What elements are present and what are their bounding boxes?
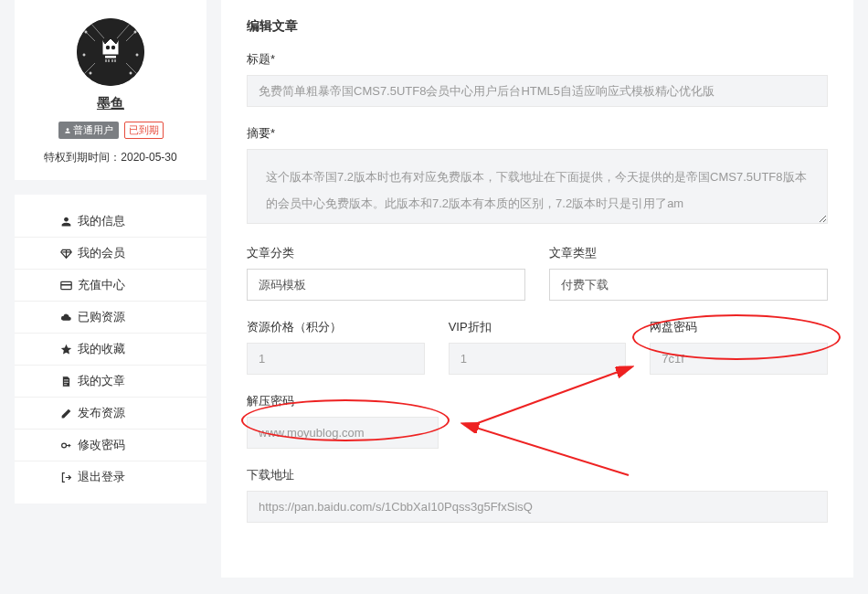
key-icon xyxy=(60,440,72,451)
download-url-label: 下载地址 xyxy=(247,467,828,483)
nav-my-info[interactable]: 我的信息 xyxy=(15,206,206,238)
title-input[interactable] xyxy=(247,75,828,107)
nav-label: 充值中心 xyxy=(78,277,125,293)
category-select[interactable]: 源码模板 xyxy=(247,269,525,301)
expire-label: 特权到期时间： xyxy=(44,151,121,164)
logout-icon xyxy=(60,472,72,483)
pan-password-label: 网盘密码 xyxy=(650,319,828,335)
edit-icon xyxy=(60,408,72,419)
nav-label: 我的会员 xyxy=(78,245,125,261)
svg-point-10 xyxy=(130,72,132,74)
nav-label: 退出登录 xyxy=(78,469,125,485)
cloud-icon xyxy=(60,312,72,324)
card-icon xyxy=(60,280,72,292)
summary-textarea[interactable]: 这个版本帝国7.2版本时也有对应免费版本，下载地址在下面提供，今天提供的是帝国C… xyxy=(247,149,828,224)
title-label: 标题* xyxy=(247,51,828,68)
nav-my-articles[interactable]: 我的文章 xyxy=(15,366,206,398)
nav-logout[interactable]: 退出登录 xyxy=(15,461,206,493)
star-icon xyxy=(60,344,72,355)
badge-user-type: 普通用户 xyxy=(58,122,119,139)
type-select[interactable]: 付费下载 xyxy=(549,269,828,301)
svg-point-9 xyxy=(90,72,91,74)
expire-date: 2020-05-30 xyxy=(121,151,176,164)
badge-expired: 已到期 xyxy=(124,122,164,139)
type-label: 文章类型 xyxy=(549,245,828,261)
sidebar-nav: 我的信息 我的会员 充值中心 已购资源 我的收藏 xyxy=(15,195,206,504)
nav-recharge[interactable]: 充值中心 xyxy=(15,270,206,302)
price-input[interactable] xyxy=(247,343,425,375)
nav-label: 我的收藏 xyxy=(78,341,125,357)
svg-rect-21 xyxy=(61,283,71,285)
svg-rect-15 xyxy=(105,56,116,58)
nav-purchased[interactable]: 已购资源 xyxy=(15,302,206,334)
nav-change-password[interactable]: 修改密码 xyxy=(15,430,206,461)
diamond-icon xyxy=(60,248,72,260)
username[interactable]: 墨鱼 xyxy=(26,95,196,112)
nav-label: 已购资源 xyxy=(78,309,125,325)
nav-label: 发布资源 xyxy=(78,405,125,421)
vip-discount-label: VIP折扣 xyxy=(449,319,627,335)
nav-my-member[interactable]: 我的会员 xyxy=(15,238,206,270)
user-icon xyxy=(60,216,72,228)
nav-favorites[interactable]: 我的收藏 xyxy=(15,334,206,366)
svg-point-8 xyxy=(134,31,136,33)
svg-point-7 xyxy=(85,31,87,33)
main-content: 编辑文章 标题* 摘要* 这个版本帝国7.2版本时也有对应免费版本，下载地址在下… xyxy=(221,0,853,578)
expire-info: 特权到期时间：2020-05-30 xyxy=(26,150,196,165)
file-icon xyxy=(60,376,72,387)
pan-password-input[interactable] xyxy=(650,343,828,375)
unzip-password-label: 解压密码 xyxy=(247,393,439,409)
page-title: 编辑文章 xyxy=(247,18,828,35)
profile-card: 墨鱼 普通用户 已到期 特权到期时间：2020-05-30 xyxy=(15,0,206,180)
nav-publish[interactable]: 发布资源 xyxy=(15,398,206,430)
nav-label: 我的文章 xyxy=(78,373,125,389)
svg-point-14 xyxy=(111,46,115,49)
nav-label: 我的信息 xyxy=(78,213,125,229)
category-label: 文章分类 xyxy=(247,245,525,261)
vip-discount-input[interactable] xyxy=(449,343,627,375)
download-url-input[interactable] xyxy=(247,491,828,523)
nav-label: 修改密码 xyxy=(78,437,125,453)
summary-label: 摘要* xyxy=(247,125,828,142)
svg-point-22 xyxy=(62,443,67,448)
price-label: 资源价格（积分） xyxy=(247,319,425,335)
avatar-icon xyxy=(77,18,144,86)
avatar xyxy=(77,18,144,86)
svg-point-11 xyxy=(83,54,85,56)
unzip-password-input[interactable] xyxy=(247,417,439,449)
svg-point-13 xyxy=(106,46,110,49)
svg-point-12 xyxy=(136,54,138,56)
